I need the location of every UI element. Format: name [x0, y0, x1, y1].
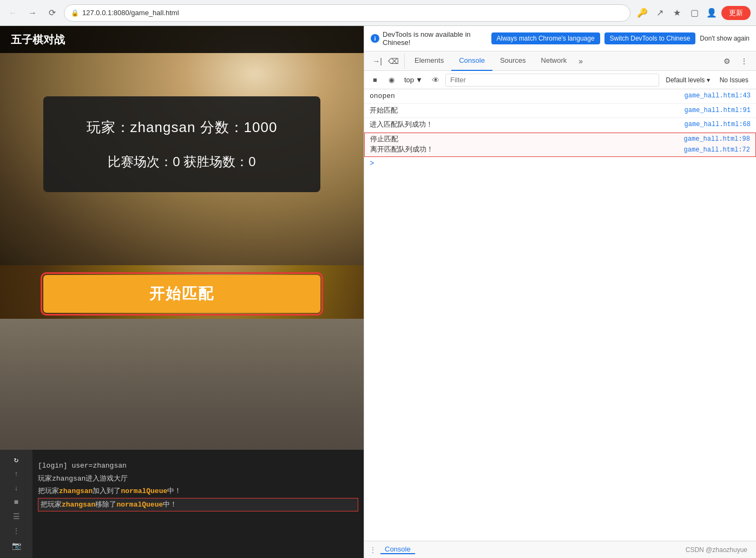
log-content: [login] user=zhangsan 玩家zhangsan进入游戏大厅 把…	[32, 455, 364, 516]
main-content: 五子棋对战 玩家：zhangsan 分数：1000 比赛场次：0 获胜场数：0 …	[0, 26, 756, 558]
console-msg: onopen	[370, 91, 395, 102]
tab-sources[interactable]: Sources	[492, 51, 534, 71]
console-msg: 开始匹配	[370, 106, 398, 116]
share-icon[interactable]: ↗	[652, 5, 667, 21]
more-tabs-button[interactable]: »	[574, 57, 587, 65]
settings-icon[interactable]: ⚙	[719, 54, 734, 69]
top-context-dropdown[interactable]: top ▼	[401, 75, 426, 85]
console-src[interactable]: game_hall.html:43	[685, 91, 751, 101]
game-stats: 比赛场次：0 获胜场数：0	[60, 153, 304, 170]
default-levels-button[interactable]: Default levels ▾	[662, 75, 713, 85]
console-entry-highlighted: 停止匹配 离开匹配队列成功！ game_hall.html:98 game_ha…	[364, 133, 756, 157]
url-text: 127.0.0.1:8080/game_hall.html	[82, 9, 179, 17]
csdn-footer: CSDN @zhaozhuyue	[686, 546, 747, 554]
more-options-icon[interactable]: ⋮	[737, 54, 752, 69]
top-label: top	[404, 76, 414, 84]
log-sidebar: ↻ ↑ ↓ ■ ☰ ⋮ 📷 ≡	[0, 450, 32, 558]
log-icon-grid[interactable]: ⋮	[10, 527, 23, 536]
lock-icon: 🔒	[71, 9, 79, 17]
console-log-area: onopen game_hall.html:43 开始匹配 game_hall.…	[364, 89, 756, 541]
dropdown-arrow-icon: ▼	[416, 76, 423, 84]
log-icon-refresh[interactable]: ↻	[10, 455, 23, 464]
log-icon-down[interactable]: ↓	[10, 484, 23, 493]
match-btn-container: 开始匹配	[43, 275, 320, 313]
info-icon: i	[371, 34, 379, 43]
device-icon[interactable]: ⌫	[386, 54, 401, 69]
log-line-highlighted: 把玩家zhangsan移除了normalQueue中！	[38, 498, 358, 512]
console-prompt: >	[364, 157, 756, 170]
browser-chrome: ← → ⟳ 🔒 127.0.0.1:8080/game_hall.html 🔑 …	[0, 0, 756, 26]
log-line: [login] user=zhangsan	[38, 459, 358, 472]
devtools-notification: i DevTools is now available in Chinese! …	[364, 26, 756, 51]
match-lang-button[interactable]: Always match Chrome's language	[491, 32, 600, 44]
console-msg: 进入匹配队列成功！	[370, 120, 433, 130]
log-line: 玩家zhangsan进入游戏大厅	[38, 472, 358, 485]
page-title-bar: 五子棋对战	[0, 26, 364, 53]
console-src[interactable]: game_hall.html:68	[685, 120, 751, 129]
default-levels-label: Default levels ▾	[666, 76, 709, 84]
log-icon-camera[interactable]: 📷	[10, 541, 23, 550]
page-title: 五子棋对战	[11, 32, 65, 47]
devtools-settings: ⚙ ⋮	[719, 54, 754, 69]
server-log: ↻ ↑ ↓ ■ ☰ ⋮ 📷 ≡ [login] user=zhangsan 玩家…	[0, 450, 364, 558]
clear-console-button[interactable]: ■	[369, 74, 382, 87]
log-line: 把玩家zhangsan加入到了normalQueue中！	[38, 485, 358, 498]
dont-show-button[interactable]: Don't show again	[700, 35, 750, 42]
console-entry: 进入匹配队列成功！ game_hall.html:68	[364, 118, 756, 133]
prompt-arrow-icon: >	[370, 159, 374, 168]
notification-message: DevTools is now available in Chinese!	[383, 30, 487, 47]
reload-button[interactable]: ⟳	[44, 5, 60, 21]
bottom-tab-console[interactable]: Console	[380, 545, 415, 554]
browser-actions: 🔑 ↗ ★ ▢ 👤 更新	[635, 5, 751, 21]
back-button[interactable]: ←	[5, 5, 21, 21]
filter-input[interactable]	[445, 74, 659, 87]
tab-elements[interactable]: Elements	[407, 51, 451, 71]
log-icon-extra[interactable]: ≡	[10, 556, 23, 558]
tab-console[interactable]: Console	[451, 51, 492, 71]
address-bar[interactable]: 🔒 127.0.0.1:8080/game_hall.html	[64, 4, 630, 22]
devtools-panel: i DevTools is now available in Chinese! …	[364, 26, 756, 558]
console-src[interactable]: game_hall.html:91	[685, 106, 751, 115]
tab-network[interactable]: Network	[534, 51, 575, 71]
game-card: 玩家：zhangsan 分数：1000 比赛场次：0 获胜场数：0	[43, 96, 320, 192]
console-src-stop[interactable]: game_hall.html:98	[684, 134, 750, 144]
log-icon-list[interactable]: ☰	[10, 512, 23, 521]
cursor-icon[interactable]: →|	[370, 54, 385, 69]
console-src-leave[interactable]: game_hall.html:72	[684, 145, 750, 155]
csdn-watermark: CSDN @zhaozhuyue	[686, 546, 747, 554]
player-info: 玩家：zhangsan 分数：1000	[60, 118, 304, 137]
devtools-tabs: →| ⌫ Elements Console Sources Network » …	[364, 51, 756, 71]
no-issues-button[interactable]: No Issues	[716, 75, 752, 85]
eye-icon[interactable]: 👁	[429, 74, 442, 87]
console-msg-stop: 停止匹配	[370, 134, 433, 145]
console-entry: onopen game_hall.html:43	[364, 89, 756, 104]
update-button[interactable]: 更新	[721, 6, 751, 20]
game-area: 五子棋对战 玩家：zhangsan 分数：1000 比赛场次：0 获胜场数：0 …	[0, 26, 364, 558]
log-icon-up[interactable]: ↑	[10, 470, 23, 478]
match-button[interactable]: 开始匹配	[43, 275, 320, 313]
log-icon-stop[interactable]: ■	[10, 498, 23, 507]
drag-handle[interactable]: ⋮	[370, 546, 376, 554]
console-toolbar: ■ ◉ top ▼ 👁 Default levels ▾ No Issues	[364, 71, 756, 89]
switch-chinese-button[interactable]: Switch DevTools to Chinese	[604, 32, 696, 44]
star-icon[interactable]: ★	[669, 5, 685, 21]
devtools-tab-icons: →| ⌫	[366, 54, 405, 69]
console-msg-leave: 离开匹配队列成功！	[370, 145, 433, 155]
notification-text: i DevTools is now available in Chinese!	[371, 30, 487, 47]
forward-button[interactable]: →	[25, 5, 40, 21]
profile-icon[interactable]: 👤	[704, 5, 719, 21]
key-icon[interactable]: 🔑	[635, 5, 650, 21]
console-entry: 开始匹配 game_hall.html:91	[364, 104, 756, 119]
tab-search-icon[interactable]: ▢	[687, 5, 702, 21]
block-icon[interactable]: ◉	[385, 74, 398, 87]
